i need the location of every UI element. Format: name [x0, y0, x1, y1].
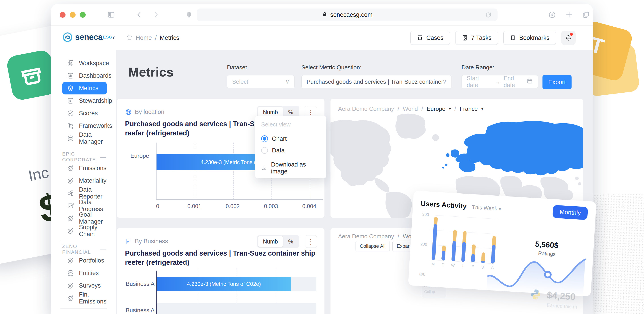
section-collapse-icon[interactable]: — [100, 154, 106, 160]
sidebar-item-fin-emissions[interactable]: Fin. Emissions [62, 292, 107, 304]
sidebar-item-label: Surveys [79, 282, 101, 289]
forward-icon[interactable] [152, 11, 160, 19]
axis-tick-label: S [481, 265, 484, 270]
download-label: Download as image [271, 161, 320, 175]
zoom-window-button[interactable] [80, 12, 86, 18]
toggle-numb[interactable]: Numb [258, 236, 283, 247]
start-date-placeholder: Start date [467, 75, 492, 89]
shield-icon[interactable] [185, 11, 193, 19]
end-date-placeholder: End date [504, 75, 526, 89]
minimize-window-button[interactable] [70, 12, 76, 18]
arrow-right-icon: → [495, 78, 500, 85]
radio-selected-icon[interactable] [261, 135, 268, 142]
caret-down-icon: ▾ [498, 206, 502, 212]
page-title: Metrics [128, 65, 174, 80]
bar-group-w2: W [451, 216, 458, 261]
sidebar-item-frameworks[interactable]: Frameworks [62, 120, 107, 132]
menu-option-chart[interactable]: Chart [261, 133, 320, 145]
breadcrumb: Home / Metrics [126, 34, 179, 42]
dataset-select[interactable]: Select ∨ [227, 75, 294, 88]
breadcrumb-current: Metrics [160, 35, 179, 41]
map-crumb-france[interactable]: France [460, 105, 478, 112]
org-separator: / [398, 233, 399, 240]
monthly-button[interactable]: Monthly [552, 205, 588, 220]
map-crumb-world[interactable]: World [403, 105, 418, 112]
url-text: senecaesg.com [330, 12, 372, 18]
breadcrumb-home[interactable]: Home [136, 35, 152, 41]
sidebar-item-entities[interactable]: Entities [62, 267, 107, 279]
business-kebab-icon[interactable]: ⋮ [305, 235, 317, 248]
stewardship-icon [67, 97, 74, 104]
bar-group-t1: T [442, 216, 448, 261]
map-crumb-aera-demo-company[interactable]: Aera Demo Company [338, 105, 394, 112]
sidebar-item-emissions[interactable]: Emissions [62, 162, 107, 174]
radio-unselected-icon[interactable] [261, 147, 268, 154]
sidebar-divider [60, 308, 107, 309]
sidebar-item-data-progress[interactable]: Data Progress [62, 199, 107, 212]
menu-option-data[interactable]: Data [261, 145, 320, 156]
sidebar-item-data-reporter[interactable]: Data Reporter [62, 187, 107, 199]
7-tasks-icon [462, 35, 468, 41]
tab-overview-icon[interactable] [582, 11, 590, 19]
export-button[interactable]: Export [542, 75, 572, 89]
button-label: Cases [426, 35, 444, 41]
materiality-icon [67, 177, 74, 184]
bookmarks-button[interactable]: Bookmarks [503, 31, 556, 45]
sidebar-collapse-icon[interactable]: ‹ [112, 33, 115, 41]
toggle-percent[interactable]: % [283, 109, 298, 116]
faded-amount: $4,250 [546, 290, 576, 302]
brand-name: seneca [75, 33, 103, 42]
downloads-icon[interactable] [548, 11, 556, 19]
users-activity-title: Users Activity [420, 199, 467, 210]
sidebar-item-portfolios[interactable]: Portfolios [62, 254, 107, 267]
this-week-dropdown[interactable]: This Week ▾ [472, 204, 502, 212]
sidebar-item-dashboards[interactable]: Dashboards [62, 69, 107, 82]
sidebar-item-supply-chain[interactable]: Supply Chain [62, 224, 107, 237]
caret-down-icon[interactable]: ▾ [449, 107, 451, 111]
close-window-button[interactable] [60, 12, 66, 18]
sidebar-item-stewardship[interactable]: Stewardship [62, 94, 107, 107]
back-icon[interactable] [136, 11, 143, 19]
sidebar-item-scores[interactable]: Scores [62, 107, 107, 120]
collapse-all-button[interactable]: Collapse All [356, 241, 390, 251]
sidebar-item-label: Data Manager [79, 131, 107, 145]
axis-tick-label: F [471, 264, 474, 269]
new-tab-icon[interactable] [565, 11, 573, 19]
gridline [233, 143, 234, 199]
sidebar-item-workspace[interactable]: Workspace [62, 57, 107, 69]
toolbar-sidebar-icon[interactable] [107, 11, 115, 19]
section-collapse-icon[interactable]: — [100, 246, 106, 253]
title-line-2: reefer (refrigerated) [125, 129, 190, 137]
business-unit-toggle[interactable]: Numb % [257, 235, 300, 248]
download-as-image-item[interactable]: Download as image [261, 162, 320, 174]
cases-button[interactable]: Cases [410, 31, 450, 45]
notifications-button[interactable] [561, 31, 576, 45]
map-crumb-europe[interactable]: Europe [427, 105, 446, 112]
bar-business-a[interactable]: 4.230e-3 (Metric Tons of C02e) [157, 277, 291, 291]
data-progress-icon [67, 202, 74, 209]
sidebar-item-metrics[interactable]: Metrics [62, 82, 107, 94]
decor-green-box-icon [6, 49, 58, 101]
7-tasks-button[interactable]: 7 Tasks [455, 31, 498, 45]
date-range-input[interactable]: Start date → End date [462, 75, 538, 88]
url-bar[interactable]: senecaesg.com [197, 9, 498, 21]
sidebar: senecaESG ‹ WorkspaceDashboardsMetricsSt… [51, 26, 116, 314]
sidebar-item-data-manager[interactable]: Data Manager [62, 132, 107, 145]
supply-chain-icon [67, 227, 74, 234]
home-icon[interactable] [126, 34, 132, 42]
org-company[interactable]: Aera Demo Company [338, 233, 394, 240]
sidebar-item-surveys[interactable]: Surveys [62, 279, 107, 292]
axis-tick-label: 0.001 [188, 203, 202, 209]
reload-icon[interactable] [485, 9, 492, 21]
sidebar-item-label: Entities [79, 270, 99, 277]
metric-question-select[interactable]: Purchased goods and services | Tran-Suez… [302, 75, 452, 88]
sidebar-item-goal-manager[interactable]: Goal Manager [62, 212, 107, 224]
toggle-percent[interactable]: % [283, 238, 298, 245]
org-node-sub: Collap [424, 289, 444, 294]
sidebar-item-materiality[interactable]: Materiality [62, 174, 107, 187]
sidebar-item-label: Metrics [79, 85, 98, 92]
bar-primary [471, 254, 475, 262]
sidebar-section-epic-corporate: EPIC CORPORATE— [62, 152, 107, 162]
brand-logo[interactable]: senecaESG ‹ [51, 26, 116, 43]
caret-down-icon[interactable]: ▾ [481, 107, 483, 111]
